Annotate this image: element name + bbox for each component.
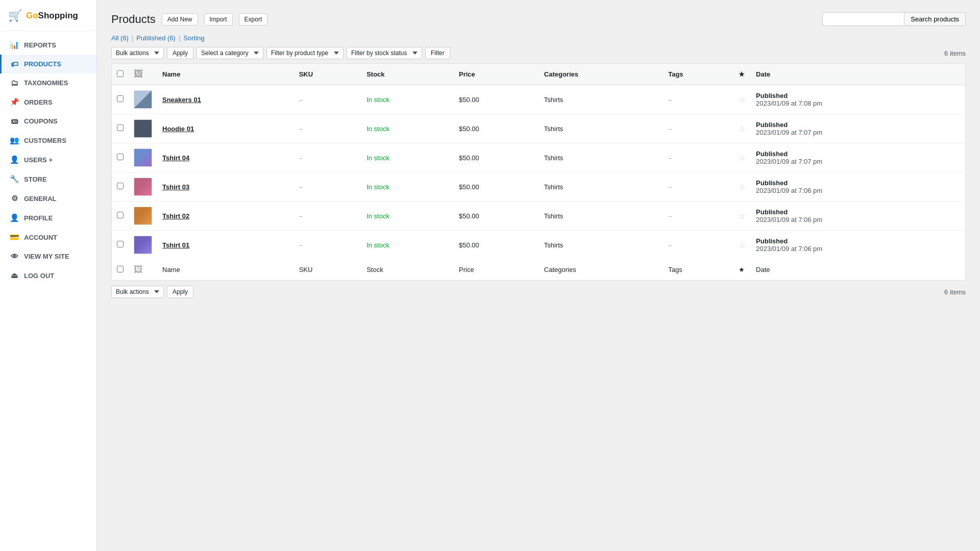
featured-star-6[interactable]: ☆ [739, 241, 746, 249]
store-icon: 🔧 [10, 174, 19, 184]
row-thumb-cell [129, 231, 157, 260]
sidebar-item-coupons[interactable]: 🎟 COUPONS [0, 112, 96, 131]
row-tags-cell-6: – [663, 231, 733, 260]
featured-star-1[interactable]: ☆ [739, 95, 746, 104]
row-tags-cell-4: – [663, 172, 733, 202]
row-categories-cell-6: Tshirts [539, 231, 663, 260]
search-input[interactable] [822, 12, 904, 26]
footer-price-col: Price [454, 259, 539, 281]
featured-star-3[interactable]: ☆ [739, 154, 746, 162]
users-icon: 👤 [10, 155, 19, 164]
sidebar-nav: 📊 REPORTS🏷 PRODUCTS🗂 TAXONOMIES📌 ORDERS🎟… [0, 31, 96, 551]
footer-select-col [112, 259, 129, 281]
row-categories-cell-5: Tshirts [539, 202, 663, 231]
sidebar-item-general[interactable]: ⚙ GENERAL [0, 189, 96, 208]
sidebar-item-reports[interactable]: 📊 REPORTS [0, 35, 96, 55]
sidebar-item-taxonomies[interactable]: 🗂 TAXONOMIES [0, 73, 96, 92]
featured-star-2[interactable]: ☆ [739, 124, 746, 133]
footer-name-col: Name [157, 259, 294, 281]
select-all-checkbox[interactable] [117, 70, 124, 77]
sidebar-item-view-my-site[interactable]: 👁 VIEW MY SITE [0, 247, 96, 266]
apply-button-bottom[interactable]: Apply [167, 286, 193, 298]
main-content: Products Add New Import Export Search pr… [97, 0, 980, 551]
row-date-2: 2023/01/09 at 7:07 pm [756, 129, 822, 136]
row-sku-cell-4: – [294, 172, 361, 202]
product-name-2[interactable]: Hoodie 01 [162, 125, 194, 133]
tab-all--6-[interactable]: All (6) [111, 34, 129, 42]
tab-published--6-[interactable]: Published (6) [136, 34, 176, 42]
product-name-4[interactable]: Tshirt 03 [162, 183, 189, 191]
row-tags-cell-2: – [663, 114, 733, 143]
sidebar-item-account[interactable]: 💳 ACCOUNT [0, 228, 96, 247]
export-button[interactable]: Export [239, 13, 268, 26]
row-status-1: Published [756, 92, 960, 99]
filter-button[interactable]: Filter [425, 47, 450, 59]
name-col-header: Name [157, 64, 294, 85]
row-checkbox-6[interactable] [117, 241, 124, 247]
featured-star-5[interactable]: ☆ [739, 212, 746, 220]
row-stock-cell-4: In stock [361, 172, 454, 202]
row-checkbox-3[interactable] [117, 154, 124, 160]
product-name-3[interactable]: Tshirt 04 [162, 154, 189, 162]
row-thumb-cell [129, 143, 157, 172]
row-checkbox-4[interactable] [117, 183, 124, 189]
log-out-icon: ⏏ [10, 271, 19, 280]
sidebar-item-label-coupons: COUPONS [24, 117, 58, 125]
featured-star-4[interactable]: ☆ [739, 183, 746, 191]
tab-sorting[interactable]: Sorting [183, 34, 204, 42]
sidebar-item-profile[interactable]: 👤 PROFILE [0, 208, 96, 228]
row-checkbox-1[interactable] [117, 95, 124, 102]
sidebar-item-log-out[interactable]: ⏏ LOG OUT [0, 266, 96, 285]
import-button[interactable]: Import [204, 13, 233, 26]
coupons-icon: 🎟 [10, 117, 19, 126]
search-button[interactable]: Search products [904, 12, 966, 26]
row-stock-cell-1: In stock [361, 85, 454, 114]
product-thumbnail-1 [134, 90, 152, 109]
product-thumbnail-6 [134, 236, 152, 254]
row-categories-cell-4: Tshirts [539, 172, 663, 202]
items-count-bottom: 6 items [944, 288, 966, 296]
row-categories-cell-2: Tshirts [539, 114, 663, 143]
row-checkbox-5[interactable] [117, 212, 124, 218]
product-type-filter[interactable]: Filter by product type [266, 47, 344, 59]
row-status-6: Published [756, 237, 960, 245]
row-name-cell: Hoodie 01 [157, 114, 294, 143]
table-row: Tshirt 02 – In stock $50.00 Tshirts – ☆ … [112, 202, 966, 231]
page-header: Products Add New Import Export Search pr… [111, 12, 966, 26]
row-checkbox-cell [112, 85, 129, 114]
row-sku-cell-5: – [294, 202, 361, 231]
footer-sku-col: SKU [294, 259, 361, 281]
product-name-6[interactable]: Tshirt 01 [162, 241, 189, 249]
footer-featured-col: ★ [733, 259, 751, 281]
tags-col-header: Tags [663, 64, 733, 85]
footer-tags-col: Tags [663, 259, 733, 281]
thumb-col-header: 🖼 [129, 64, 157, 85]
select-all-footer-checkbox[interactable] [117, 266, 124, 272]
row-name-cell: Tshirt 04 [157, 143, 294, 172]
stock-status-filter[interactable]: Filter by stock status [347, 47, 422, 59]
product-thumbnail-2 [134, 119, 152, 138]
sidebar-item-store[interactable]: 🔧 STORE [0, 169, 96, 189]
row-price-cell-2: $50.00 [454, 114, 539, 143]
apply-button-top[interactable]: Apply [167, 47, 193, 59]
tab-separator-1: | [132, 34, 133, 42]
row-date-cell-3: Published 2023/01/09 at 7:07 pm [751, 143, 965, 172]
bulk-actions-select-top[interactable]: Bulk actions [111, 47, 164, 59]
sidebar-item-label-profile: PROFILE [24, 214, 53, 222]
row-thumb-cell [129, 85, 157, 114]
row-checkbox-2[interactable] [117, 124, 124, 131]
product-name-1[interactable]: Sneakers 01 [162, 96, 201, 104]
row-name-cell: Tshirt 03 [157, 172, 294, 202]
sidebar-item-products[interactable]: 🏷 PRODUCTS [0, 55, 96, 73]
bulk-actions-select-bottom[interactable]: Bulk actions [111, 286, 164, 298]
row-stock-cell-6: In stock [361, 231, 454, 260]
add-new-button[interactable]: Add New [162, 13, 198, 26]
row-sku-cell-2: – [294, 114, 361, 143]
sidebar-item-orders[interactable]: 📌 ORDERS [0, 92, 96, 112]
sidebar-item-users[interactable]: 👤 USERS + [0, 150, 96, 169]
category-select[interactable]: Select a category [197, 47, 263, 59]
product-name-5[interactable]: Tshirt 02 [162, 212, 189, 220]
date-col-header: Date [751, 64, 965, 85]
sidebar-item-label-orders: ORDERS [24, 98, 53, 106]
sidebar-item-customers[interactable]: 👥 CUSTOMERS [0, 131, 96, 150]
